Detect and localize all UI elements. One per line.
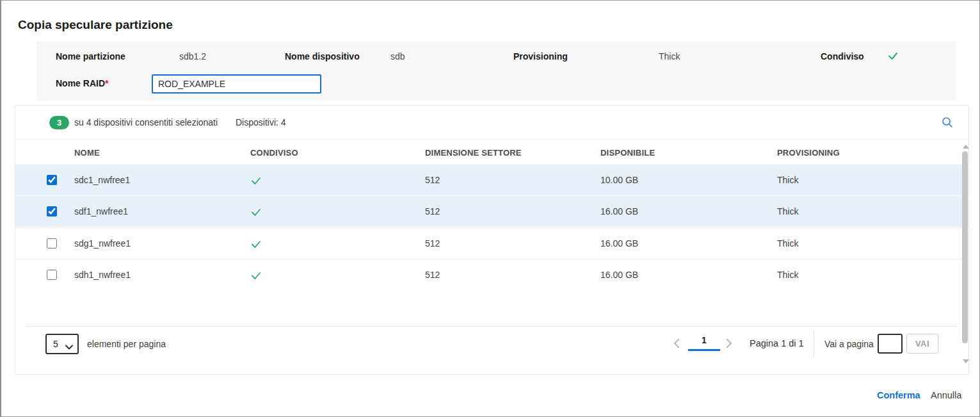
table-row[interactable]: sdf1_nwfree1 512 16.00 GB Thick: [15, 196, 968, 227]
page-size-select[interactable]: 5: [45, 334, 79, 354]
cell-name: sdf1_nwfree1: [74, 196, 128, 227]
pagination-vertical-divider: [814, 330, 814, 357]
search-icon: [941, 121, 954, 131]
device-name-value: sdb: [390, 50, 405, 63]
provisioning-value: Thick: [659, 50, 680, 63]
column-header-provisioning: PROVISIONING: [777, 148, 840, 158]
search-button[interactable]: [938, 115, 956, 131]
scroll-up-arrow-icon[interactable]: [963, 145, 969, 149]
cell-name: sdg1_nwfree1: [74, 228, 131, 259]
next-page-button[interactable]: [722, 337, 736, 351]
shared-label: Condiviso: [821, 50, 864, 63]
pagination-bar: 5 elementi per pagina 1 Pagina 1 di 1 Va…: [15, 326, 968, 375]
table-scrollbar[interactable]: [961, 142, 970, 363]
cell-provisioning: Thick: [777, 259, 798, 291]
items-per-page-label: elementi per pagina: [87, 339, 166, 349]
cell-provisioning: Thick: [777, 165, 798, 196]
column-header-condiviso: CONDIVISO: [250, 148, 298, 158]
scroll-down-arrow-icon[interactable]: [963, 359, 969, 363]
table-row[interactable]: sdc1_nwfree1 512 10.00 GB Thick: [15, 165, 968, 196]
partition-summary-panel: Nome partizione sdb1.2 Nome dispositivo …: [36, 42, 956, 101]
page-info-text: Pagina 1 di 1: [750, 338, 804, 348]
cancel-button[interactable]: Annulla: [931, 390, 961, 400]
check-icon: [250, 259, 262, 291]
selected-count-badge: 3: [49, 116, 69, 129]
shared-check-icon: [887, 49, 899, 62]
column-header-dimensione-settore: DIMENSIONE SETTORE: [425, 148, 522, 158]
table-header: NOME CONDIVISO DIMENSIONE SETTORE DISPON…: [15, 140, 968, 165]
previous-page-button[interactable]: [670, 337, 684, 351]
cell-provisioning: Thick: [777, 228, 798, 259]
check-icon: [250, 196, 262, 227]
current-page-number[interactable]: 1: [688, 335, 720, 351]
scrollbar-thumb[interactable]: [962, 151, 968, 343]
column-header-nome: NOME: [74, 148, 100, 158]
cell-sector-size: 512: [425, 165, 440, 196]
partition-name-value: sdb1.2: [179, 50, 206, 63]
confirm-button[interactable]: Conferma: [877, 390, 920, 400]
chevron-right-icon: [726, 340, 732, 350]
mirror-copy-partition-dialog: Copia speculare partizione Nome partizio…: [0, 0, 980, 417]
page-title: Copia speculare partizione: [18, 18, 173, 32]
devices-count-text: Dispositivi: 4: [236, 117, 286, 127]
cell-available: 16.00 GB: [600, 228, 638, 259]
cell-name: sdc1_nwfree1: [74, 165, 130, 196]
selection-bar: 3 su 4 dispositivi consentiti selezionat…: [15, 106, 968, 140]
cell-available: 16.00 GB: [600, 196, 638, 227]
cell-sector-size: 512: [425, 259, 440, 291]
table-body: sdc1_nwfree1 512 10.00 GB Thick sdf1_nwf…: [15, 165, 968, 290]
row-checkbox[interactable]: [47, 206, 57, 217]
cell-sector-size: 512: [425, 196, 440, 227]
device-table-card: 3 su 4 dispositivi consentiti selezionat…: [15, 105, 969, 375]
check-icon: [250, 165, 262, 196]
go-button[interactable]: VAI: [906, 334, 938, 354]
chevron-left-icon: [673, 340, 680, 350]
required-asterisk: *: [105, 78, 108, 88]
partition-name-label: Nome partizione: [56, 50, 125, 63]
row-checkbox[interactable]: [47, 238, 57, 249]
row-checkbox[interactable]: [47, 270, 57, 280]
raid-name-label: Nome RAID*: [56, 78, 108, 88]
cell-sector-size: 512: [425, 228, 440, 259]
table-row[interactable]: sdg1_nwfree1 512 16.00 GB Thick: [15, 227, 968, 259]
selection-summary-text: su 4 dispositivi consentiti selezionati: [74, 117, 218, 127]
column-header-disponibile: DISPONIBILE: [600, 148, 655, 158]
cell-available: 10.00 GB: [600, 165, 638, 196]
goto-page-label: Vai a pagina: [824, 339, 874, 349]
device-name-label: Nome dispositivo: [285, 50, 360, 63]
goto-page-input[interactable]: [878, 334, 903, 354]
table-row[interactable]: sdh1_nwfree1 512 16.00 GB Thick: [15, 259, 968, 290]
row-checkbox[interactable]: [47, 175, 57, 185]
cell-provisioning: Thick: [777, 196, 798, 227]
cell-available: 16.00 GB: [600, 259, 638, 291]
cell-name: sdh1_nwfree1: [74, 259, 131, 291]
raid-name-input[interactable]: [152, 74, 321, 94]
check-icon: [250, 228, 262, 259]
provisioning-label: Provisioning: [513, 50, 568, 63]
